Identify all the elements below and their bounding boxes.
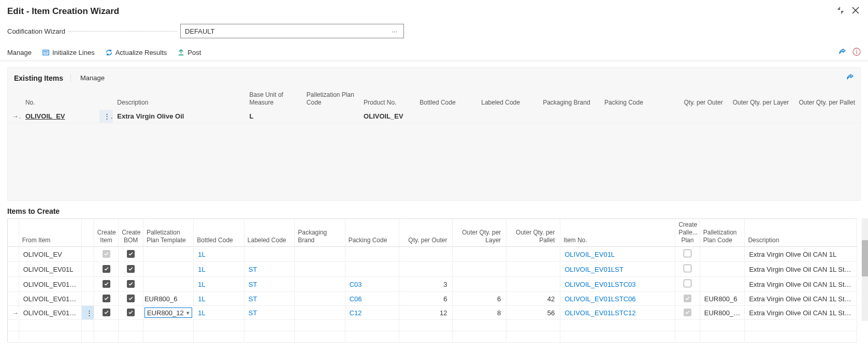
cell-labeled[interactable] — [244, 247, 294, 262]
cell-ppt[interactable] — [143, 247, 193, 262]
cell-ppc[interactable] — [700, 277, 745, 292]
gh-item-no[interactable]: Item No. — [560, 219, 675, 247]
checkbox[interactable] — [127, 250, 135, 258]
gh-desc[interactable]: Description — [745, 219, 857, 247]
gh-labeled[interactable]: Labeled Code — [244, 219, 294, 247]
cell-labeled[interactable]: ST — [244, 292, 294, 306]
gh-create-item[interactable]: Create Item — [94, 219, 119, 247]
gh-bottled[interactable]: Bottled Code — [194, 219, 244, 247]
cell-opl[interactable] — [453, 247, 507, 262]
cell-opp[interactable] — [507, 262, 560, 277]
cell-opl[interactable] — [453, 277, 507, 292]
checkbox[interactable] — [103, 265, 110, 273]
checkbox[interactable] — [103, 280, 110, 288]
checkbox[interactable] — [127, 280, 135, 288]
gh-create-bom[interactable]: Create BOM — [119, 219, 143, 247]
gh-cpp[interactable]: Create Palle... Plan — [675, 219, 700, 247]
cell-packing-code[interactable]: C06 — [345, 292, 399, 306]
cell-opp[interactable] — [507, 247, 560, 262]
checkbox[interactable] — [684, 250, 691, 257]
col-pkg-brand[interactable]: Packaging Brand — [539, 88, 600, 110]
grid-row[interactable]: OLIVOIL_EV01L 1L ST OLIVOIL_EV01LST Extr… — [8, 262, 857, 277]
cell-item-no[interactable]: OLIVOIL_EV01LSTC06 — [560, 292, 675, 306]
cell-create-bom[interactable] — [119, 262, 143, 277]
col-prodno[interactable]: Product No. — [359, 88, 415, 110]
gh-pkg-brand[interactable]: Packaging Brand — [295, 219, 345, 247]
gh-opl[interactable]: Outer Qty. per Layer — [453, 219, 507, 247]
cell-ppt[interactable]: EUR800_6 — [143, 292, 193, 306]
cell-create-item[interactable] — [94, 306, 119, 320]
cell-create-bom[interactable] — [119, 247, 143, 262]
col-qpo[interactable]: Qty. per Outer — [662, 88, 728, 110]
checkbox[interactable] — [103, 295, 110, 302]
checkbox[interactable] — [127, 265, 135, 273]
checkbox[interactable] — [684, 309, 691, 316]
cell-item-no[interactable]: OLIVOIL_EV01LST — [560, 262, 675, 277]
grid-row[interactable]: → OLIVOIL_EV01LST ⋮ EUR800_12▾ 1L ST C12… — [8, 306, 857, 320]
ppt-dropdown[interactable]: EUR800_12▾ — [144, 307, 192, 318]
cell-opp[interactable] — [507, 277, 560, 292]
grid-row[interactable]: OLIVOIL_EV 1L OLIVOIL_EV01L Extra Virgin… — [8, 247, 857, 262]
gh-qpo[interactable]: Qty. per Outer — [399, 219, 453, 247]
col-bottled[interactable]: Bottled Code — [415, 88, 477, 110]
cell-pkg-brand[interactable] — [295, 292, 345, 306]
grid-row-empty[interactable] — [8, 331, 857, 343]
cell-labeled[interactable]: ST — [244, 262, 294, 277]
col-pkg-code[interactable]: Packing Code — [600, 88, 662, 110]
cell-opp[interactable]: 56 — [507, 306, 560, 320]
cell-labeled[interactable]: ST — [244, 277, 294, 292]
col-opl[interactable]: Outer Qty. per Layer — [728, 88, 794, 110]
col-opp[interactable]: Outer Qty. per Pallet — [794, 88, 860, 110]
cell-ppc[interactable]: EUR800_12 — [700, 306, 745, 320]
cell-pkg-brand[interactable] — [295, 247, 345, 262]
share-icon[interactable] — [838, 48, 846, 57]
cell-from-item[interactable]: OLIVOIL_EV01LST — [19, 306, 81, 320]
cell-qpo[interactable]: 3 — [399, 277, 453, 292]
codification-lookup-icon[interactable]: ··· — [389, 27, 399, 35]
checkbox[interactable] — [684, 265, 691, 272]
cell-bottled[interactable]: 1L — [194, 292, 244, 306]
cell-bottled[interactable]: 1L — [194, 247, 244, 262]
cell-packing-code[interactable]: C12 — [345, 306, 399, 320]
info-icon[interactable] — [852, 48, 861, 57]
cell-cpp[interactable] — [675, 306, 700, 320]
minimize-expand-icon[interactable] — [837, 7, 844, 16]
gh-packing-code[interactable]: Packing Code — [345, 219, 399, 247]
cell-qpo[interactable]: 6 — [399, 292, 453, 306]
cell-opl[interactable]: 8 — [453, 306, 507, 320]
grid-row-empty[interactable] — [8, 320, 857, 331]
cell-pkg-brand[interactable] — [295, 306, 345, 320]
actualize-results-button[interactable]: Actualize Results — [105, 49, 167, 56]
cell-cpp[interactable] — [675, 262, 700, 277]
cell-from-item[interactable]: OLIVOIL_EV01LST — [19, 277, 81, 292]
cell-item-no[interactable]: OLIVOIL_EV01L — [560, 247, 675, 262]
cell-bottled[interactable]: 1L — [194, 306, 244, 320]
cell-item-no[interactable]: OLIVOIL_EV01LSTC12 — [560, 306, 675, 320]
cell-create-bom[interactable] — [119, 306, 143, 320]
cell-packing-code[interactable] — [345, 262, 399, 277]
cell-create-item[interactable] — [94, 277, 119, 292]
cell-ppc[interactable] — [700, 247, 745, 262]
codification-input[interactable]: DEFAULT ··· — [180, 24, 404, 38]
initialize-lines-button[interactable]: Initialize Lines — [42, 49, 95, 56]
cell-ppt[interactable]: EUR800_12▾ — [143, 306, 193, 320]
checkbox[interactable] — [127, 295, 135, 302]
cell-packing-code[interactable] — [345, 247, 399, 262]
col-ppc[interactable]: Palletization Plan Code — [302, 88, 359, 110]
grid-scrollbar[interactable] — [862, 218, 868, 321]
checkbox[interactable] — [127, 309, 135, 316]
cell-create-bom[interactable] — [119, 292, 143, 306]
existing-item-row[interactable]: → OLIVOIL_EV ⋮ Extra Virgin Olive Oil L … — [8, 110, 860, 123]
cell-from-item[interactable]: OLIVOIL_EV01L — [19, 262, 81, 277]
row-menu-icon[interactable]: ⋮ — [99, 110, 113, 123]
gh-ppt[interactable]: Palletization Plan Template — [143, 219, 193, 247]
cell-ppc[interactable]: EUR800_6 — [700, 292, 745, 306]
cell-create-item[interactable] — [94, 292, 119, 306]
cell-cpp[interactable] — [675, 247, 700, 262]
cell-create-bom[interactable] — [119, 277, 143, 292]
post-button[interactable]: Post — [177, 49, 201, 56]
gh-ppc[interactable]: Palletization Plan Code — [700, 219, 745, 247]
checkbox[interactable] — [684, 295, 691, 302]
cell-opp[interactable]: 42 — [507, 292, 560, 306]
gh-opp[interactable]: Outer Qty. per Pallet — [507, 219, 560, 247]
